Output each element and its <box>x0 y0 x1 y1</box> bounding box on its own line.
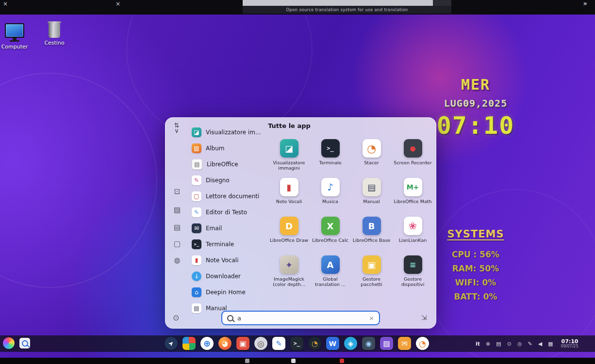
widget-date: LUG09,2025 <box>427 97 524 109</box>
expand-fullscreen-icon[interactable]: ⇲ <box>421 314 427 321</box>
rail-windows-icon[interactable]: ▢ <box>172 239 182 248</box>
app-tile[interactable]: BLibreOffice Base <box>351 212 392 251</box>
app-grid: ◪Visualizzatore immagini >_Terminale ◔St… <box>268 134 436 289</box>
display-icon[interactable]: ◎ <box>517 341 522 347</box>
dock-mail[interactable]: ✉ <box>398 337 411 350</box>
screen-recorder-icon: ● <box>404 139 422 158</box>
list-item[interactable]: ✎Disegno <box>190 172 266 188</box>
device-manager-icon: ≡ <box>404 255 422 274</box>
rail-pictures-icon[interactable]: ▨ <box>172 206 182 214</box>
volume-icon[interactable]: ◀ <box>538 341 542 347</box>
dock-image-viewer[interactable]: ▨ <box>380 337 393 350</box>
app-tile-label: Gestore pacchetti <box>352 276 391 287</box>
app-tile[interactable]: ●Screen Recorder <box>392 134 433 173</box>
overflow-chevrons-icon[interactable]: » <box>583 0 587 7</box>
app-tile[interactable]: XLibreOffice Calc <box>310 212 351 251</box>
bottom-strip-icon <box>245 359 249 363</box>
translation-icon: A <box>321 255 340 274</box>
dock-left-group <box>3 337 30 349</box>
widget-system-stats: CPU : 56% RAM: 50% WIFI: 0% BATT: 0% <box>432 250 519 306</box>
list-item[interactable]: ◪Visualizzatore im... <box>190 124 266 140</box>
list-item[interactable]: ↓Downloader <box>190 268 266 284</box>
power-icon[interactable]: ⊙ <box>507 341 512 347</box>
swirl-launcher-icon[interactable] <box>3 337 15 349</box>
downloader-icon: ↓ <box>192 271 201 281</box>
draw-icon: ✎ <box>192 175 201 185</box>
list-item[interactable]: ▢Lettore documenti <box>190 188 266 204</box>
dock-rocket-launcher[interactable]: ➤ <box>165 337 178 350</box>
app-tile[interactable]: ◪Visualizzatore immagini <box>268 134 310 173</box>
app-tile[interactable]: ✦ImageMagick (color depth... <box>268 251 310 289</box>
dock-app-grid[interactable] <box>182 337 196 350</box>
document-reader-icon: ▢ <box>192 191 201 201</box>
app-tile[interactable]: M+LibreOffice Math <box>392 173 433 212</box>
list-item[interactable]: ⌂Deepin Home <box>190 284 266 300</box>
sort-toggle[interactable]: ⇅ ∨ <box>170 123 183 133</box>
list-item[interactable]: ▤LibreOffice <box>190 156 266 172</box>
app-tile[interactable]: ▣Gestore pacchetti <box>351 251 392 289</box>
libreoffice-math-icon: M+ <box>404 178 422 196</box>
image-viewer-icon: ◪ <box>280 139 298 158</box>
dock-firefox[interactable]: ◕ <box>218 337 231 350</box>
rail-computer-icon[interactable]: ⊡ <box>172 187 182 196</box>
tray-clock[interactable]: 07:10 09/07/25 <box>561 339 578 348</box>
dock-terminal[interactable]: >_ <box>290 337 303 350</box>
rail-web-icon[interactable]: ◍ <box>172 256 182 265</box>
app-tile-label: Manual <box>363 199 380 204</box>
dock-text-editor[interactable]: ✎ <box>272 337 285 350</box>
grand-search-icon[interactable] <box>19 338 30 348</box>
app-tile[interactable]: ▤Manual <box>351 173 392 212</box>
dock-screen-capture[interactable]: ◉ <box>362 337 375 350</box>
app-tile[interactable]: ♪Musica <box>310 173 351 212</box>
dock-browser[interactable]: ⊕ <box>200 337 214 350</box>
app-tile[interactable]: ❀LianLianKan <box>392 212 433 251</box>
rail-documents-icon[interactable]: ▤ <box>172 223 182 232</box>
input-method-icon[interactable]: ⊗ <box>486 341 490 347</box>
libreoffice-base-icon: B <box>363 217 381 235</box>
tools-icon[interactable]: ✎ <box>528 341 532 347</box>
list-item[interactable]: >_Terminale <box>190 236 266 252</box>
close-icon[interactable]: × <box>116 0 120 7</box>
stacer-icon: ◔ <box>363 139 381 158</box>
dock-stacer[interactable]: ◔ <box>416 337 429 350</box>
bottom-strip-icon <box>291 359 296 363</box>
partial-window-button[interactable] <box>433 0 451 6</box>
widget-systems-title: SYSTEMS <box>437 228 514 240</box>
list-item-label: Deepin Home <box>206 289 246 296</box>
app-tile[interactable]: AGlobal translation ... <box>310 251 351 289</box>
close-icon[interactable]: × <box>3 0 8 7</box>
package-manager-icon: ▣ <box>363 255 381 274</box>
dock-toolbox[interactable]: ▣ <box>236 337 249 350</box>
list-item-label: Email <box>206 225 222 232</box>
app-tile[interactable]: >_Terminale <box>310 134 351 173</box>
power-icon[interactable]: ⊙ <box>173 313 179 322</box>
dock-writer[interactable]: W <box>326 337 339 350</box>
clear-search-icon[interactable]: × <box>369 315 374 322</box>
app-tile-label: LibreOffice Calc <box>312 237 348 243</box>
dock-system-monitor[interactable]: ◔ <box>308 337 321 350</box>
deepin-home-icon: ⌂ <box>192 287 201 297</box>
desktop-icon-computer[interactable]: Computer <box>0 23 32 50</box>
list-item[interactable]: ✉Email <box>190 220 266 236</box>
desktop-icon-trash[interactable]: Cestino <box>37 21 72 46</box>
search-value: a <box>237 315 365 322</box>
battery-icon[interactable]: ▤ <box>496 341 501 347</box>
app-tooltip: Open source translation system for use a… <box>243 6 451 14</box>
app-tile[interactable]: ≡Gestore dispositivi <box>392 251 433 289</box>
app-tile[interactable]: ▮Note Vocali <box>268 173 310 212</box>
list-item[interactable]: ▨Album <box>190 140 266 156</box>
launcher-search-input[interactable]: a × <box>221 311 380 325</box>
dock-disc-burner[interactable]: ◎ <box>254 337 267 350</box>
list-item-label: Downloader <box>206 273 241 280</box>
list-item-label: LibreOffice <box>207 161 238 168</box>
tray-date: 09/07/25 <box>561 345 578 348</box>
app-tile[interactable]: DLibreOffice Draw <box>268 212 310 251</box>
app-tile[interactable]: ◔Stacer <box>351 134 392 173</box>
keyboard-layout-indicator[interactable]: it <box>476 341 480 347</box>
list-item[interactable]: ✎Editor di Testo <box>190 204 266 220</box>
list-item[interactable]: ▮Note Vocali <box>190 252 266 268</box>
app-tile-label: LibreOffice Draw <box>270 237 308 243</box>
app-tile-label: LibreOffice Base <box>353 237 390 243</box>
network-icon[interactable]: ▦ <box>548 341 553 347</box>
dock-navigator[interactable]: ◈ <box>344 337 357 350</box>
